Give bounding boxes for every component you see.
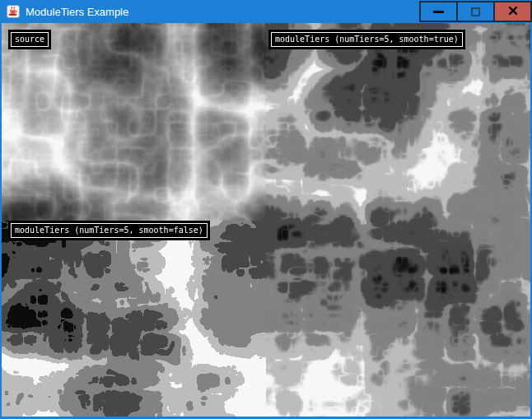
window-controls [419,1,532,22]
window-titlebar[interactable]: ModuleTiers Example [0,0,532,23]
minimize-icon [433,11,444,13]
noise-canvas [2,23,530,417]
window-title: ModuleTiers Example [26,6,128,18]
java-coffee-cup-icon [7,5,20,18]
close-button[interactable] [493,1,532,22]
maximize-icon [471,7,480,16]
panel-label-module-tiers-smooth: moduleTiers (numTiers=5, smooth=true) [271,32,463,47]
panel-label-source: source [11,32,49,47]
render-area: source moduleTiers (numTiers=5, smooth=t… [2,23,530,417]
close-icon [508,6,518,18]
maximize-button[interactable] [456,1,495,22]
minimize-button[interactable] [419,1,458,22]
panel-label-module-tiers-hard: moduleTiers (numTiers=5, smooth=false) [11,223,208,238]
app-window: ModuleTiers Example source moduleTiers (… [0,0,532,419]
